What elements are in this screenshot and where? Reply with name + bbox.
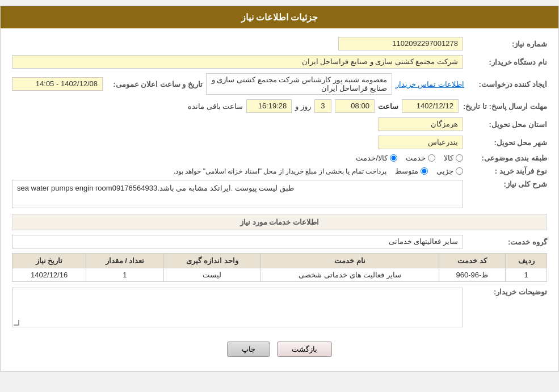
category-label-kala-khedmat: کالا/خدمت xyxy=(356,154,388,162)
category-option-kala-khedmat[interactable]: کالا/خدمت xyxy=(356,154,397,162)
contact-link[interactable]: اطلاعات تماس خریدار xyxy=(396,80,464,88)
delivery-city-label: شهر محل تحویل: xyxy=(468,138,547,147)
send-deadline-days: 3 xyxy=(314,99,331,113)
purchase-type-radio-group: جزیی متوسط xyxy=(395,167,463,175)
send-deadline-clock: 16:19:28 xyxy=(246,99,292,113)
description-label: شرح کلی نیاز: xyxy=(468,180,547,188)
date-announce-label: تاریخ و ساعت اعلان عمومی: xyxy=(106,80,203,88)
creator-value: معصومه شنبه پور کارشناس شرکت مجتمع کشتی … xyxy=(206,73,392,95)
cell-qty: 1 xyxy=(86,268,163,282)
delivery-province-value: هرمزگان xyxy=(378,117,463,131)
services-section-header: اطلاعات خدمات مورد نیاز xyxy=(12,214,547,230)
buyer-desc-label: توضیحات خریدار: xyxy=(468,288,547,296)
col-code: کد خدمت xyxy=(439,254,505,268)
category-radio-group: کالا خدمت کالا/خدمت xyxy=(356,154,463,162)
col-date: تاریخ نیاز xyxy=(12,254,86,268)
date-announce-value: 1402/12/08 - 14:05 xyxy=(12,77,103,91)
description-value: sea water pumps engin roomطبق لیست پیوست… xyxy=(12,180,463,208)
category-option-kala[interactable]: کالا xyxy=(444,154,463,162)
page-title: جزئیات اطلاعات نیاز xyxy=(1,6,558,28)
category-radio-kala[interactable] xyxy=(456,154,463,162)
col-qty: تعداد / مقدار xyxy=(86,254,163,268)
resize-handle[interactable] xyxy=(14,320,19,326)
cell-unit: لیست xyxy=(163,268,261,282)
category-radio-kala-khedmat[interactable] xyxy=(390,154,397,162)
purchase-type-label: نوع فرآیند خرید : xyxy=(468,167,547,175)
service-group-value: سایر فعالیتهای خدماتی xyxy=(12,235,463,248)
remaining-label: ساعت باقی مانده xyxy=(188,102,243,111)
delivery-province-label: استان محل تحویل: xyxy=(468,120,547,129)
send-deadline-label: مهلت ارسال پاسخ: تا تاریخ: xyxy=(463,102,547,111)
purchase-type-label-jozi: جزیی xyxy=(436,167,453,175)
table-row: 1 ط-96-960 سایر فعالیت های خدماتی شخصی ل… xyxy=(12,268,547,282)
purchase-type-jozi[interactable]: جزیی xyxy=(436,167,463,175)
services-table: ردیف کد خدمت نام خدمت واحد اندازه گیری ت… xyxy=(12,253,547,282)
col-unit: واحد اندازه گیری xyxy=(163,254,261,268)
purchase-type-motavasset[interactable]: متوسط xyxy=(395,167,428,175)
back-button[interactable]: بازگشت xyxy=(277,342,332,357)
category-option-khedmat[interactable]: خدمت xyxy=(406,154,435,162)
send-deadline-date: 1402/12/12 xyxy=(402,99,459,113)
purchase-type-label-motavasset: متوسط xyxy=(395,167,418,175)
time-label: ساعت xyxy=(378,102,398,111)
category-label: طبقه بندی موضوعی: xyxy=(468,154,547,162)
creator-label: ایجاد کننده درخواست: xyxy=(468,80,547,88)
category-label-kala: کالا xyxy=(444,154,453,162)
send-deadline-time: 08:00 xyxy=(335,99,375,113)
delivery-city-value: بندرعباس xyxy=(378,136,463,149)
day-label: روز و xyxy=(295,102,311,111)
purchase-type-note: پرداخت تمام یا بخشی از مبلغ خریدار از مح… xyxy=(174,167,386,175)
cell-name: سایر فعالیت های خدماتی شخصی xyxy=(261,268,439,282)
col-name: نام خدمت xyxy=(261,254,439,268)
purchase-type-radio-motavasset[interactable] xyxy=(421,167,428,175)
button-row: بازگشت چاپ xyxy=(12,333,547,363)
print-button[interactable]: چاپ xyxy=(227,342,270,357)
need-number-value: 1102092297001278 xyxy=(338,37,463,50)
purchase-type-radio-jozi[interactable] xyxy=(456,167,463,175)
category-label-khedmat: خدمت xyxy=(406,154,426,162)
buyer-desc-box xyxy=(12,288,463,327)
cell-row: 1 xyxy=(506,268,547,282)
category-radio-khedmat[interactable] xyxy=(428,154,435,162)
need-number-label: شماره نیاز: xyxy=(468,40,547,48)
requester-org-value: شرکت مجتمع کشتی سازی و صنایع فراساحل ایر… xyxy=(12,55,463,69)
requester-org-label: نام دستگاه خریدار: xyxy=(468,58,547,66)
cell-date: 1402/12/16 xyxy=(12,268,86,282)
service-group-label: گروه خدمت: xyxy=(468,238,547,246)
cell-code: ط-96-960 xyxy=(439,268,505,282)
col-row: ردیف xyxy=(506,254,547,268)
